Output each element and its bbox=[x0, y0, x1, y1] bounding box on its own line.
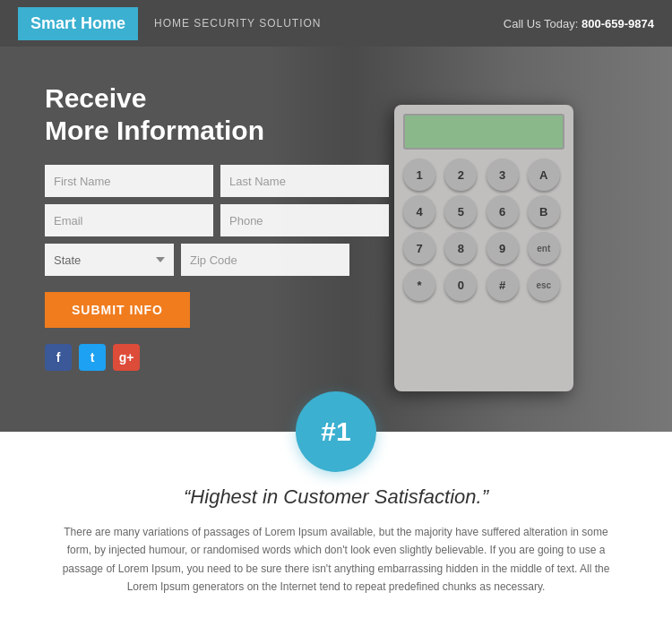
submit-button[interactable]: SUBMIT INFO bbox=[45, 292, 190, 328]
keypad-key: 9 bbox=[487, 232, 519, 264]
social-icons: f t g+ bbox=[45, 344, 349, 371]
email-input[interactable] bbox=[45, 204, 213, 236]
phone-input[interactable] bbox=[220, 204, 389, 236]
form-section: Receive More Information StateAlabamaAla… bbox=[0, 47, 376, 398]
keypad-key: A bbox=[528, 159, 560, 191]
facebook-icon[interactable]: f bbox=[45, 344, 72, 371]
header: Smart Home HOME SECURITY SOLUTION Call U… bbox=[0, 0, 672, 47]
last-name-input[interactable] bbox=[220, 165, 389, 197]
keypad-container: 123A456B789ent*0#esc bbox=[332, 64, 636, 432]
satisfaction-body: There are many variations of passages of… bbox=[58, 523, 614, 597]
contact-row bbox=[45, 204, 349, 236]
keypad-key: 4 bbox=[403, 195, 435, 227]
twitter-icon[interactable]: t bbox=[79, 344, 106, 371]
name-row bbox=[45, 165, 349, 197]
keypad-key: B bbox=[528, 195, 560, 227]
state-select[interactable]: StateAlabamaAlaskaArizonaArkansasCalifor… bbox=[45, 244, 174, 276]
keypad-key: 8 bbox=[444, 232, 477, 264]
zip-input[interactable] bbox=[181, 244, 349, 276]
googleplus-icon[interactable]: g+ bbox=[113, 344, 140, 371]
first-name-input[interactable] bbox=[45, 165, 213, 197]
location-row: StateAlabamaAlaskaArizonaArkansasCalifor… bbox=[45, 244, 349, 276]
keypad-key: 3 bbox=[487, 159, 519, 191]
bottom-section: #1 “Highest in Customer Satisfaction.” T… bbox=[0, 432, 672, 618]
form-heading: Receive More Information bbox=[45, 82, 349, 147]
keypad-key: esc bbox=[528, 269, 560, 301]
keypad-key: # bbox=[487, 269, 519, 301]
keypad-key: 1 bbox=[403, 159, 435, 191]
keypad-keys: 123A456B789ent*0#esc bbox=[403, 159, 564, 301]
keypad-device: 123A456B789ent*0#esc bbox=[394, 105, 573, 391]
keypad-key: * bbox=[403, 269, 435, 301]
keypad-key: 0 bbox=[444, 269, 477, 301]
keypad-screen bbox=[403, 114, 564, 150]
keypad-key: ent bbox=[528, 232, 560, 264]
logo: Smart Home bbox=[18, 7, 138, 40]
hero-section: 123A456B789ent*0#esc Receive More Inform… bbox=[0, 47, 672, 432]
header-subtitle: HOME SECURITY SOLUTION bbox=[154, 17, 504, 30]
keypad-key: 6 bbox=[487, 195, 519, 227]
header-phone: Call Us Today: 800-659-9874 bbox=[504, 17, 654, 30]
satisfaction-heading: “Highest in Customer Satisfaction.” bbox=[54, 485, 618, 509]
keypad-key: 7 bbox=[403, 232, 435, 264]
keypad-key: 2 bbox=[444, 159, 477, 191]
keypad-key: 5 bbox=[444, 195, 477, 227]
